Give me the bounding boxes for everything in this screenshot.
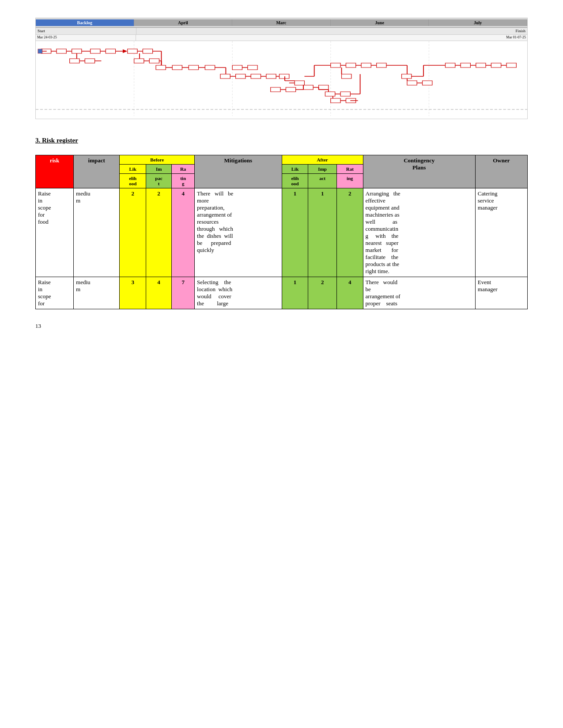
gantt-label-june: June xyxy=(331,19,429,26)
gantt-start-date: Mar 24-03-25 xyxy=(36,35,136,41)
svg-rect-73 xyxy=(506,63,516,68)
imp-cell-2: 4 xyxy=(146,277,171,309)
gantt-start-label: Start xyxy=(36,28,136,34)
svg-rect-11 xyxy=(106,49,115,53)
svg-rect-17 xyxy=(143,49,152,53)
impact-cell-2: medium xyxy=(74,277,120,309)
th-imp2b: act xyxy=(308,174,337,188)
table-row: Raiseinscopefor medium 3 4 7 Selecting t… xyxy=(36,277,528,309)
imp2-cell-2: 2 xyxy=(308,277,337,309)
svg-rect-41 xyxy=(220,74,230,79)
svg-rect-46 xyxy=(266,74,276,79)
cont-cell-1: Arranging theeffective equipment andmach… xyxy=(363,188,475,277)
rat2-cell-2: 4 xyxy=(337,277,363,309)
gantt-finish-label: Finish xyxy=(136,28,527,34)
owner-cell-2: Eventmanager xyxy=(475,277,527,309)
svg-rect-34 xyxy=(134,59,144,63)
svg-rect-20 xyxy=(70,59,79,63)
page-number: 13 xyxy=(35,323,528,330)
svg-rect-80 xyxy=(402,74,412,79)
gantt-label-marc: Marc xyxy=(232,19,331,26)
svg-rect-85 xyxy=(319,85,329,90)
gantt-body xyxy=(36,41,527,116)
th-imp1: Im xyxy=(146,165,171,174)
svg-rect-93 xyxy=(325,92,335,96)
th-risk: risk xyxy=(36,155,74,188)
imp2-cell-1: 1 xyxy=(308,188,337,277)
risk-cell-2: Raiseinscopefor xyxy=(36,277,74,309)
lik2-cell-1: 1 xyxy=(282,188,308,277)
svg-rect-6 xyxy=(57,49,66,53)
th-rat1b: ting xyxy=(172,174,195,188)
svg-rect-42 xyxy=(236,74,246,79)
svg-rect-16 xyxy=(128,49,137,53)
table-row: Raiseinscopeforfood medium 2 2 4 There w… xyxy=(36,188,528,277)
gantt-label-april: April xyxy=(134,19,233,26)
svg-rect-49 xyxy=(248,65,257,70)
gantt-label-backlog: Backlog xyxy=(36,19,134,26)
svg-rect-64 xyxy=(342,74,351,79)
svg-rect-88 xyxy=(271,87,280,92)
risk-register-table: risk impact Before Mitigations After Con… xyxy=(35,155,528,309)
th-lik1: Lik xyxy=(120,165,146,174)
lik2-cell-2: 1 xyxy=(282,277,308,309)
th-before: Before xyxy=(120,155,195,165)
th-impact: impact xyxy=(74,155,120,188)
gantt-finish-date: Mar 01-07-25 xyxy=(136,35,527,41)
svg-rect-110 xyxy=(38,49,42,53)
gantt-svg xyxy=(36,41,527,116)
svg-rect-94 xyxy=(340,92,350,96)
th-mitigations: Mitigations xyxy=(195,155,282,188)
svg-rect-27 xyxy=(172,65,182,70)
th-after: After xyxy=(282,155,363,165)
gantt-header: Backlog April Marc June July xyxy=(36,18,527,28)
svg-rect-7 xyxy=(72,49,82,53)
th-owner: Owner xyxy=(475,155,527,188)
th-rat2: Rat xyxy=(337,165,363,174)
lik-cell-1: 2 xyxy=(120,188,146,277)
th-lik2b: elihood xyxy=(282,174,308,188)
th-rat2b: ing xyxy=(337,174,363,188)
svg-rect-35 xyxy=(149,59,159,63)
imp-cell-1: 2 xyxy=(146,188,171,277)
svg-rect-31 xyxy=(205,65,215,70)
svg-rect-58 xyxy=(346,63,355,68)
svg-rect-69 xyxy=(446,63,455,68)
impact-cell-1: medium xyxy=(74,188,120,277)
th-lik2: Lik xyxy=(282,165,308,174)
svg-rect-44 xyxy=(251,74,261,79)
svg-rect-59 xyxy=(361,63,371,68)
owner-cell-1: Cateringservicemanager xyxy=(475,188,527,277)
lik-cell-2: 3 xyxy=(120,277,146,309)
svg-rect-70 xyxy=(461,63,470,68)
svg-marker-15 xyxy=(123,50,126,53)
section-heading: 3. Risk register xyxy=(35,137,528,144)
rat2-cell-1: 2 xyxy=(337,188,363,277)
rat-cell-1: 4 xyxy=(172,188,195,277)
svg-rect-10 xyxy=(91,49,100,53)
svg-rect-53 xyxy=(295,81,304,85)
cont-cell-2: There wouldbearrangement ofproper seats xyxy=(363,277,475,309)
svg-rect-105 xyxy=(331,98,340,103)
svg-rect-84 xyxy=(303,85,313,90)
svg-rect-26 xyxy=(156,65,166,70)
svg-rect-48 xyxy=(232,65,242,70)
svg-rect-71 xyxy=(476,63,486,68)
svg-rect-21 xyxy=(85,59,94,63)
svg-rect-102 xyxy=(423,81,432,85)
th-lik1b: elihood xyxy=(120,174,146,188)
gantt-chart: Backlog April Marc June July Start Finis… xyxy=(35,18,528,119)
th-imp1b: pact xyxy=(146,174,171,188)
th-imp2: Imp xyxy=(308,165,337,174)
svg-rect-62 xyxy=(377,63,386,68)
svg-rect-89 xyxy=(286,87,295,92)
gantt-label-july: July xyxy=(429,19,527,26)
svg-rect-57 xyxy=(331,63,340,68)
svg-rect-72 xyxy=(491,63,501,68)
svg-rect-30 xyxy=(189,65,198,70)
rat-cell-2: 7 xyxy=(172,277,195,309)
svg-rect-101 xyxy=(407,81,417,85)
th-contingency: ContingencyPlans xyxy=(363,155,475,188)
risk-cell-1: Raiseinscopeforfood xyxy=(36,188,74,277)
mit-cell-2: Selecting thelocation whichwould coverth… xyxy=(195,277,282,309)
